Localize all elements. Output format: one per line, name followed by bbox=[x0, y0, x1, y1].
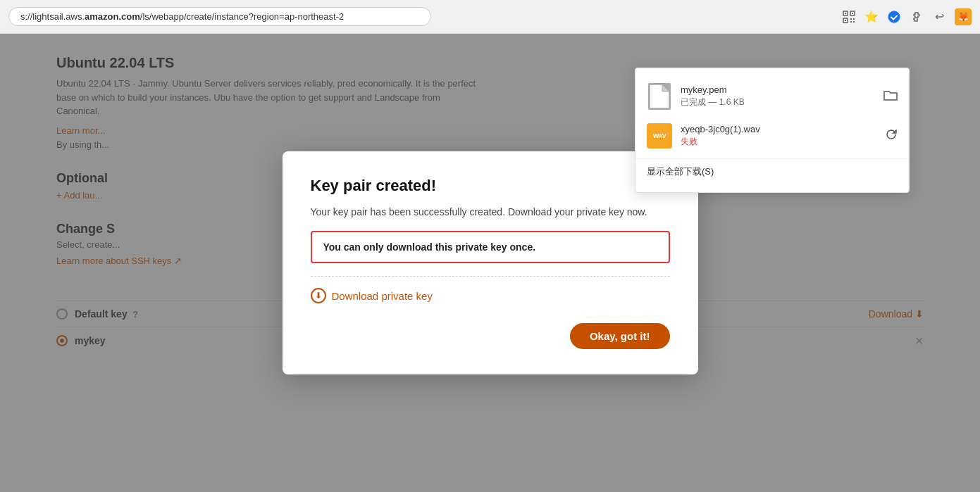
wav-retry-icon[interactable] bbox=[885, 128, 898, 144]
modal-footer: Okay, got it! bbox=[311, 323, 670, 349]
svg-rect-5 bbox=[845, 20, 846, 21]
svg-rect-1 bbox=[845, 13, 846, 14]
downloads-footer: 显示全部下载(S) bbox=[635, 158, 909, 184]
star-icon[interactable]: ⭐ bbox=[864, 10, 879, 24]
warning-text: You can only download this private key o… bbox=[323, 241, 536, 253]
pem-status: 已完成 — 1.6 KB bbox=[681, 96, 875, 108]
download-private-key-button[interactable]: ⬇ Download private key bbox=[311, 288, 433, 303]
show-all-downloads-link[interactable]: 显示全部下载(S) bbox=[647, 166, 714, 177]
okay-got-it-button[interactable]: Okay, got it! bbox=[570, 323, 670, 349]
wav-file-info: xyeqb-3jc0g(1).wav 失败 bbox=[681, 124, 876, 148]
puzzle-icon[interactable] bbox=[910, 10, 924, 24]
check-circle-icon[interactable] bbox=[887, 10, 901, 24]
downloads-panel: mykey.pem 已完成 — 1.6 KB WAV xyeqb-3jc0g(1… bbox=[635, 68, 910, 193]
modal-divider bbox=[311, 276, 670, 277]
url-prefix: s://lightsail.aws. bbox=[20, 11, 85, 22]
download-item-wav: WAV xyeqb-3jc0g(1).wav 失败 bbox=[635, 116, 909, 156]
svg-point-10 bbox=[888, 11, 900, 23]
back-icon[interactable]: ↩ bbox=[932, 10, 946, 24]
wav-status: 失败 bbox=[681, 136, 876, 148]
url-domain: amazon.com bbox=[85, 11, 140, 22]
qr-icon[interactable] bbox=[842, 10, 856, 24]
url-bar[interactable]: s://lightsail.aws.amazon.com/ls/webapp/c… bbox=[8, 7, 431, 26]
pem-file-icon bbox=[647, 84, 672, 109]
url-path: /ls/webapp/create/instance?region=ap-nor… bbox=[140, 11, 344, 22]
wav-filename: xyeqb-3jc0g(1).wav bbox=[681, 124, 876, 134]
svg-rect-7 bbox=[853, 18, 855, 20]
download-key-icon: ⬇ bbox=[311, 288, 326, 303]
pem-filename: mykey.pem bbox=[681, 84, 875, 95]
pem-folder-icon[interactable] bbox=[883, 89, 898, 105]
modal-title: Key pair created! bbox=[311, 177, 670, 195]
browser-toolbar: s://lightsail.aws.amazon.com/ls/webapp/c… bbox=[0, 0, 980, 34]
svg-rect-8 bbox=[850, 21, 852, 23]
warning-box: You can only download this private key o… bbox=[311, 231, 670, 263]
svg-rect-3 bbox=[852, 13, 853, 14]
pem-file-info: mykey.pem 已完成 — 1.6 KB bbox=[681, 84, 875, 108]
svg-marker-12 bbox=[662, 84, 669, 92]
extension-icon[interactable]: 🦊 bbox=[955, 8, 972, 25]
page-background: Ubuntu 22.04 LTS Ubuntu 22.04 LTS - Jamm… bbox=[0, 34, 980, 492]
browser-action-icons: ⭐ ↩ 🦊 bbox=[842, 8, 972, 25]
download-item-pem: mykey.pem 已完成 — 1.6 KB bbox=[635, 77, 909, 116]
wav-file-icon: WAV bbox=[647, 123, 672, 149]
svg-marker-11 bbox=[650, 84, 669, 108]
svg-rect-9 bbox=[853, 21, 855, 23]
modal-desc: Your key pair has been successfully crea… bbox=[311, 205, 670, 220]
svg-rect-6 bbox=[850, 18, 852, 20]
